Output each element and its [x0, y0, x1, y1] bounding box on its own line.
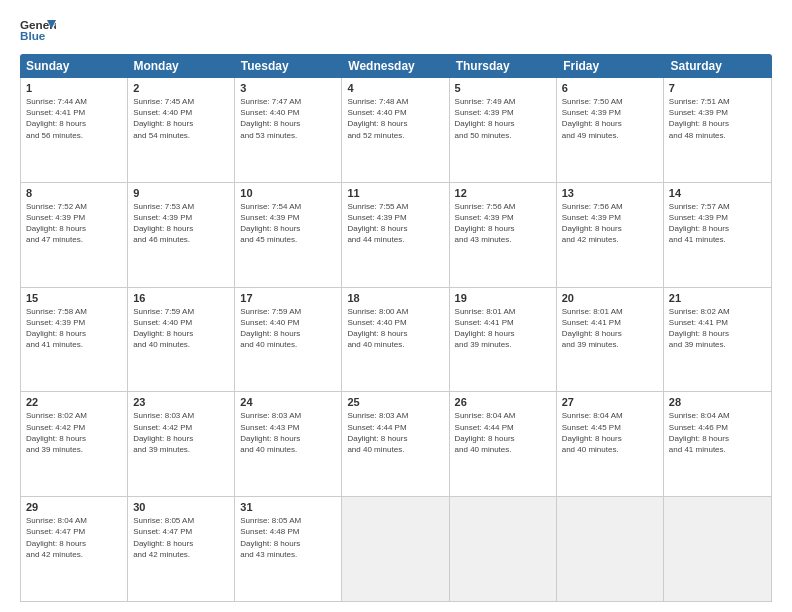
calendar-cell: 10Sunrise: 7:54 AM Sunset: 4:39 PM Dayli…	[235, 183, 342, 287]
cell-info: Sunrise: 7:52 AM Sunset: 4:39 PM Dayligh…	[26, 201, 122, 246]
day-number: 14	[669, 187, 766, 199]
cell-info: Sunrise: 7:59 AM Sunset: 4:40 PM Dayligh…	[133, 306, 229, 351]
day-number: 5	[455, 82, 551, 94]
calendar-cell: 4Sunrise: 7:48 AM Sunset: 4:40 PM Daylig…	[342, 78, 449, 182]
day-number: 25	[347, 396, 443, 408]
calendar-cell: 30Sunrise: 8:05 AM Sunset: 4:47 PM Dayli…	[128, 497, 235, 601]
cell-info: Sunrise: 8:05 AM Sunset: 4:47 PM Dayligh…	[133, 515, 229, 560]
calendar-cell: 15Sunrise: 7:58 AM Sunset: 4:39 PM Dayli…	[21, 288, 128, 392]
calendar-cell: 14Sunrise: 7:57 AM Sunset: 4:39 PM Dayli…	[664, 183, 771, 287]
calendar-cell: 6Sunrise: 7:50 AM Sunset: 4:39 PM Daylig…	[557, 78, 664, 182]
calendar-cell	[450, 497, 557, 601]
cell-info: Sunrise: 7:47 AM Sunset: 4:40 PM Dayligh…	[240, 96, 336, 141]
day-number: 26	[455, 396, 551, 408]
day-number: 28	[669, 396, 766, 408]
cell-info: Sunrise: 7:48 AM Sunset: 4:40 PM Dayligh…	[347, 96, 443, 141]
calendar-cell	[557, 497, 664, 601]
calendar-cell: 20Sunrise: 8:01 AM Sunset: 4:41 PM Dayli…	[557, 288, 664, 392]
header-cell-tuesday: Tuesday	[235, 54, 342, 78]
calendar-cell: 12Sunrise: 7:56 AM Sunset: 4:39 PM Dayli…	[450, 183, 557, 287]
calendar-cell: 9Sunrise: 7:53 AM Sunset: 4:39 PM Daylig…	[128, 183, 235, 287]
svg-text:Blue: Blue	[20, 29, 46, 42]
cell-info: Sunrise: 7:44 AM Sunset: 4:41 PM Dayligh…	[26, 96, 122, 141]
calendar-body: 1Sunrise: 7:44 AM Sunset: 4:41 PM Daylig…	[20, 78, 772, 602]
calendar-week-4: 22Sunrise: 8:02 AM Sunset: 4:42 PM Dayli…	[21, 392, 771, 497]
calendar-header: SundayMondayTuesdayWednesdayThursdayFrid…	[20, 54, 772, 78]
cell-info: Sunrise: 8:02 AM Sunset: 4:42 PM Dayligh…	[26, 410, 122, 455]
header-cell-monday: Monday	[127, 54, 234, 78]
cell-info: Sunrise: 8:01 AM Sunset: 4:41 PM Dayligh…	[455, 306, 551, 351]
day-number: 4	[347, 82, 443, 94]
cell-info: Sunrise: 8:04 AM Sunset: 4:45 PM Dayligh…	[562, 410, 658, 455]
cell-info: Sunrise: 7:49 AM Sunset: 4:39 PM Dayligh…	[455, 96, 551, 141]
calendar-cell	[342, 497, 449, 601]
header-cell-friday: Friday	[557, 54, 664, 78]
logo: General Blue	[20, 16, 56, 44]
day-number: 21	[669, 292, 766, 304]
calendar-cell: 31Sunrise: 8:05 AM Sunset: 4:48 PM Dayli…	[235, 497, 342, 601]
cell-info: Sunrise: 7:59 AM Sunset: 4:40 PM Dayligh…	[240, 306, 336, 351]
calendar-cell: 29Sunrise: 8:04 AM Sunset: 4:47 PM Dayli…	[21, 497, 128, 601]
day-number: 24	[240, 396, 336, 408]
calendar-cell: 28Sunrise: 8:04 AM Sunset: 4:46 PM Dayli…	[664, 392, 771, 496]
day-number: 23	[133, 396, 229, 408]
day-number: 30	[133, 501, 229, 513]
header-cell-saturday: Saturday	[665, 54, 772, 78]
day-number: 18	[347, 292, 443, 304]
day-number: 13	[562, 187, 658, 199]
day-number: 20	[562, 292, 658, 304]
header: General Blue	[20, 16, 772, 44]
calendar-cell: 7Sunrise: 7:51 AM Sunset: 4:39 PM Daylig…	[664, 78, 771, 182]
calendar-cell	[664, 497, 771, 601]
cell-info: Sunrise: 7:57 AM Sunset: 4:39 PM Dayligh…	[669, 201, 766, 246]
calendar-cell: 5Sunrise: 7:49 AM Sunset: 4:39 PM Daylig…	[450, 78, 557, 182]
cell-info: Sunrise: 8:03 AM Sunset: 4:44 PM Dayligh…	[347, 410, 443, 455]
day-number: 1	[26, 82, 122, 94]
page: General Blue SundayMondayTuesdayWednesda…	[0, 0, 792, 612]
calendar-cell: 24Sunrise: 8:03 AM Sunset: 4:43 PM Dayli…	[235, 392, 342, 496]
calendar-cell: 13Sunrise: 7:56 AM Sunset: 4:39 PM Dayli…	[557, 183, 664, 287]
cell-info: Sunrise: 8:05 AM Sunset: 4:48 PM Dayligh…	[240, 515, 336, 560]
day-number: 19	[455, 292, 551, 304]
cell-info: Sunrise: 7:50 AM Sunset: 4:39 PM Dayligh…	[562, 96, 658, 141]
day-number: 27	[562, 396, 658, 408]
calendar-cell: 1Sunrise: 7:44 AM Sunset: 4:41 PM Daylig…	[21, 78, 128, 182]
cell-info: Sunrise: 7:55 AM Sunset: 4:39 PM Dayligh…	[347, 201, 443, 246]
cell-info: Sunrise: 7:56 AM Sunset: 4:39 PM Dayligh…	[562, 201, 658, 246]
calendar-cell: 2Sunrise: 7:45 AM Sunset: 4:40 PM Daylig…	[128, 78, 235, 182]
calendar-cell: 16Sunrise: 7:59 AM Sunset: 4:40 PM Dayli…	[128, 288, 235, 392]
calendar-week-5: 29Sunrise: 8:04 AM Sunset: 4:47 PM Dayli…	[21, 497, 771, 601]
cell-info: Sunrise: 7:53 AM Sunset: 4:39 PM Dayligh…	[133, 201, 229, 246]
calendar-cell: 3Sunrise: 7:47 AM Sunset: 4:40 PM Daylig…	[235, 78, 342, 182]
calendar-cell: 22Sunrise: 8:02 AM Sunset: 4:42 PM Dayli…	[21, 392, 128, 496]
calendar-cell: 11Sunrise: 7:55 AM Sunset: 4:39 PM Dayli…	[342, 183, 449, 287]
day-number: 11	[347, 187, 443, 199]
header-cell-sunday: Sunday	[20, 54, 127, 78]
cell-info: Sunrise: 8:00 AM Sunset: 4:40 PM Dayligh…	[347, 306, 443, 351]
day-number: 8	[26, 187, 122, 199]
cell-info: Sunrise: 8:03 AM Sunset: 4:43 PM Dayligh…	[240, 410, 336, 455]
header-cell-thursday: Thursday	[450, 54, 557, 78]
day-number: 17	[240, 292, 336, 304]
logo-icon: General Blue	[20, 16, 56, 44]
day-number: 9	[133, 187, 229, 199]
day-number: 31	[240, 501, 336, 513]
day-number: 29	[26, 501, 122, 513]
cell-info: Sunrise: 7:58 AM Sunset: 4:39 PM Dayligh…	[26, 306, 122, 351]
cell-info: Sunrise: 8:03 AM Sunset: 4:42 PM Dayligh…	[133, 410, 229, 455]
cell-info: Sunrise: 8:04 AM Sunset: 4:44 PM Dayligh…	[455, 410, 551, 455]
cell-info: Sunrise: 7:54 AM Sunset: 4:39 PM Dayligh…	[240, 201, 336, 246]
day-number: 6	[562, 82, 658, 94]
day-number: 2	[133, 82, 229, 94]
calendar-cell: 26Sunrise: 8:04 AM Sunset: 4:44 PM Dayli…	[450, 392, 557, 496]
calendar-cell: 19Sunrise: 8:01 AM Sunset: 4:41 PM Dayli…	[450, 288, 557, 392]
day-number: 16	[133, 292, 229, 304]
day-number: 15	[26, 292, 122, 304]
cell-info: Sunrise: 7:51 AM Sunset: 4:39 PM Dayligh…	[669, 96, 766, 141]
calendar-cell: 21Sunrise: 8:02 AM Sunset: 4:41 PM Dayli…	[664, 288, 771, 392]
cell-info: Sunrise: 7:56 AM Sunset: 4:39 PM Dayligh…	[455, 201, 551, 246]
calendar-cell: 17Sunrise: 7:59 AM Sunset: 4:40 PM Dayli…	[235, 288, 342, 392]
calendar-week-2: 8Sunrise: 7:52 AM Sunset: 4:39 PM Daylig…	[21, 183, 771, 288]
day-number: 7	[669, 82, 766, 94]
calendar-week-3: 15Sunrise: 7:58 AM Sunset: 4:39 PM Dayli…	[21, 288, 771, 393]
